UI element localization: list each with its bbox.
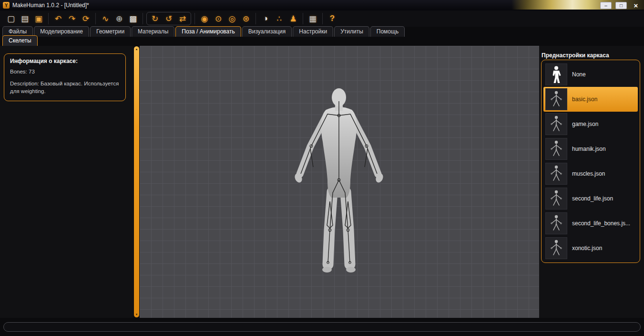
preset-box: None basic.json game.json xyxy=(541,60,640,263)
bottom-bar xyxy=(0,318,644,336)
eye-view-icon[interactable]: ◑ xyxy=(259,12,272,25)
undo-icon[interactable]: ↶ xyxy=(52,12,64,25)
rotate-right-icon[interactable]: ↻ xyxy=(149,12,161,25)
toolbar-group: ◑∴♟ xyxy=(259,12,299,25)
right-view-icon[interactable]: ⊛ xyxy=(240,12,252,25)
toolbar-group: ∿⊕▩ xyxy=(99,12,139,25)
preset-list: None basic.json game.json xyxy=(543,62,638,261)
presets-title: Преднастройки каркаса xyxy=(542,52,609,59)
toolbar-separator xyxy=(143,13,143,24)
save-file-icon[interactable]: ▤ xyxy=(19,12,31,25)
skeleton-thumb-icon xyxy=(545,138,567,160)
left-panel: Информация о каркасе: Bones: 73 Descript… xyxy=(0,46,133,318)
skeleton-info-title: Информация о каркасе: xyxy=(10,58,120,64)
skeleton-thumb-icon xyxy=(545,212,567,234)
new-file-icon[interactable]: ▢ xyxy=(5,12,17,25)
preset-humanik[interactable]: humanik.json xyxy=(543,136,638,161)
reset-rotation-icon[interactable]: ⇄ xyxy=(176,12,189,25)
app-icon: Y xyxy=(3,2,10,9)
skeleton-thumb-icon xyxy=(545,88,567,110)
help-icon[interactable]: ? xyxy=(326,12,338,25)
window-title: MakeHuman 1.0.2 - [Untitled]* xyxy=(12,2,89,9)
reload-icon[interactable]: ⟳ xyxy=(80,12,92,25)
preset-label: humanik.json xyxy=(572,146,606,152)
toolbar-separator xyxy=(322,13,323,24)
left-view-icon[interactable]: ◎ xyxy=(226,12,238,25)
skeleton-thumb-icon xyxy=(545,113,567,135)
tab-modelling[interactable]: Моделирование xyxy=(34,26,89,37)
main-area: Информация о каркасе: Bones: 73 Descript… xyxy=(0,46,644,318)
human-model xyxy=(282,87,396,278)
subtab-bar: Скелеты xyxy=(0,37,644,46)
toolbar-group: ▢▤▣ xyxy=(5,12,45,25)
tab-skeletons[interactable]: Скелеты xyxy=(2,35,38,46)
tab-bar: ФайлыМоделированиеГеометрииМатериалыПоза… xyxy=(0,27,644,37)
front-view-icon[interactable]: ◉ xyxy=(198,12,211,25)
preset-muscles[interactable]: muscles.json xyxy=(543,161,638,186)
toolbar-group: ↻↺⇄ xyxy=(146,12,191,25)
close-button[interactable]: × xyxy=(631,2,641,9)
preset-label: basic.json xyxy=(572,96,597,103)
globe-mesh-icon[interactable]: ⊕ xyxy=(113,12,125,25)
toolbar-group: ▦ xyxy=(307,12,319,25)
toolbar-separator xyxy=(48,13,49,24)
rotate-left-icon[interactable]: ↺ xyxy=(163,12,175,25)
status-bar xyxy=(3,322,641,332)
preset-label: xonotic.json xyxy=(572,245,602,252)
toolbar-group: ↶↷⟳ xyxy=(52,12,92,25)
checker-background-icon[interactable]: ▩ xyxy=(127,12,139,25)
tab-pose-animate[interactable]: Поза / Анимировать xyxy=(175,26,241,37)
preset-none[interactable]: None xyxy=(543,62,638,87)
splitter-down-arrow-icon: ▼ xyxy=(135,313,138,316)
preset-basic[interactable]: basic.json xyxy=(543,87,638,112)
tab-materials[interactable]: Материалы xyxy=(132,26,174,37)
viewport-3d[interactable] xyxy=(140,46,539,318)
back-view-icon[interactable]: ⊙ xyxy=(212,12,225,25)
skeleton-description: Description: Базовый каркас. Используетс… xyxy=(10,80,120,95)
panel-splitter-handle[interactable]: ▲ ▼ xyxy=(134,46,139,317)
skeleton-thumb-icon xyxy=(545,237,567,259)
skeleton-thumb-icon xyxy=(545,188,567,210)
load-file-icon[interactable]: ▣ xyxy=(32,12,45,25)
toolbar-separator xyxy=(194,13,195,24)
title-bar[interactable]: Y MakeHuman 1.0.2 - [Untitled]* – □ × xyxy=(0,0,644,10)
makehuman-window: Y MakeHuman 1.0.2 - [Untitled]* – □ × ▢▤… xyxy=(0,0,644,336)
panel-splitter[interactable]: ▲ ▼ xyxy=(133,46,140,318)
bones-count: Bones: 73 xyxy=(10,69,120,74)
tab-geometries[interactable]: Геометрии xyxy=(90,26,131,37)
preset-game[interactable]: game.json xyxy=(543,112,638,136)
skeleton-info-box: Информация о каркасе: Bones: 73 Descript… xyxy=(4,53,126,101)
preset-label: game.json xyxy=(572,121,598,127)
smooth-curve-icon[interactable]: ∿ xyxy=(99,12,112,25)
photo-camera-icon[interactable]: ▦ xyxy=(307,12,319,25)
toolbar-icons: ▢▤▣↶↷⟳∿⊕▩↻↺⇄◉⊙◎⊛◑∴♟▦? xyxy=(0,10,644,27)
window-controls: – □ × xyxy=(600,2,641,9)
preset-label: second_life_bones.js... xyxy=(572,220,630,227)
tab-rendering[interactable]: Визуализация xyxy=(242,26,292,37)
preset-label: muscles.json xyxy=(572,170,605,177)
toolbar-separator xyxy=(303,13,303,24)
maximize-button[interactable]: □ xyxy=(615,2,627,9)
skeleton-thumb-icon xyxy=(545,163,567,185)
tab-utilities[interactable]: Утилиты xyxy=(334,26,369,37)
toolbar-group: ◉⊙◎⊛ xyxy=(198,12,252,25)
preset-xonotic[interactable]: xonotic.json xyxy=(543,236,638,261)
preset-second-life[interactable]: second_life.json xyxy=(543,186,638,211)
human-silhouette-icon xyxy=(545,63,567,85)
preset-label: None xyxy=(572,71,586,78)
minimize-button[interactable]: – xyxy=(600,2,612,9)
tab-help[interactable]: Помощь xyxy=(370,26,405,37)
right-panel: Преднастройки каркаса None basic.json xyxy=(539,46,644,318)
global-camera-icon[interactable]: ♟ xyxy=(287,12,299,25)
toolbar-separator xyxy=(95,13,96,24)
redo-icon[interactable]: ↷ xyxy=(66,12,78,25)
preset-second-life-bones[interactable]: second_life_bones.js... xyxy=(543,211,638,236)
toolbar-separator xyxy=(256,13,256,24)
preset-label: second_life.json xyxy=(572,195,613,202)
splitter-up-arrow-icon: ▲ xyxy=(135,48,138,51)
toolbar-group: ? xyxy=(326,12,338,25)
tab-settings[interactable]: Настройки xyxy=(293,26,333,37)
feet-on-ground-icon[interactable]: ∴ xyxy=(273,12,286,25)
